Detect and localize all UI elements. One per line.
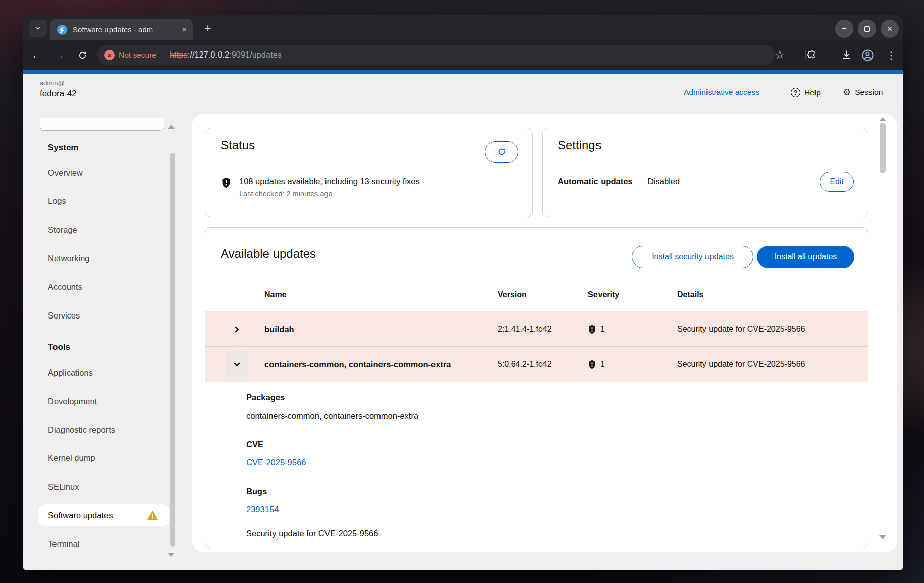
window-maximize-button[interactable] xyxy=(858,20,876,38)
packages-value: containers-common, containers-common-ext… xyxy=(246,411,418,421)
available-updates-title: Available updates xyxy=(221,247,316,261)
download-icon xyxy=(841,50,852,61)
url-path: :9091/updates xyxy=(229,50,282,59)
severity-shield-icon xyxy=(588,325,596,334)
browser-menu-button[interactable]: ⋮ xyxy=(883,47,899,63)
content-scroll-up-icon[interactable] xyxy=(879,117,886,121)
install-all-updates-button[interactable]: Install all updates xyxy=(757,246,854,268)
sidebar-item-software-updates[interactable]: Software updates xyxy=(38,504,169,526)
column-header-version: Version xyxy=(498,290,527,299)
sidebar-item-accounts[interactable]: Accounts xyxy=(38,276,169,298)
sidebar-item-services[interactable]: Services xyxy=(38,304,169,327)
minimize-icon: − xyxy=(842,24,846,33)
cve-link[interactable]: CVE-2025-9566 xyxy=(246,458,306,467)
severity-shield-icon xyxy=(588,360,596,369)
tab-search-button[interactable] xyxy=(29,20,47,37)
install-security-updates-button[interactable]: Install security updates xyxy=(632,246,753,268)
status-last-checked: Last checked: 2 minutes ago xyxy=(239,190,420,198)
host-switcher[interactable]: admin@ fedora-42 xyxy=(40,79,77,99)
sidebar-item-applications[interactable]: Applications xyxy=(38,361,169,384)
help-icon: ? xyxy=(791,88,800,97)
sidebar-search-input[interactable] xyxy=(40,118,164,131)
host-user: admin@ xyxy=(40,79,77,87)
row-name: containers-common, containers-common-ext… xyxy=(264,347,451,382)
reload-button[interactable] xyxy=(74,47,90,63)
update-row-containers-common[interactable]: containers-common, containers-common-ext… xyxy=(205,346,868,382)
tab-close-icon[interactable]: × xyxy=(182,25,187,34)
downloads-button[interactable] xyxy=(838,47,854,63)
profile-button[interactable] xyxy=(859,47,876,63)
bookmark-star-icon[interactable]: ☆ xyxy=(772,47,788,63)
session-menu[interactable]: ⚙ Session xyxy=(843,88,883,97)
gear-icon: ⚙ xyxy=(843,88,851,97)
url-host: ://127.0.0.2 xyxy=(188,50,229,59)
back-button[interactable]: ← xyxy=(29,47,45,63)
cockpit-page: admin@ fedora-42 Administrative access ?… xyxy=(23,74,903,570)
not-secure-label[interactable]: Not secure xyxy=(119,50,156,60)
status-card-title: Status xyxy=(221,138,255,152)
browser-toolbar: ← → × Not secure https://127.0.0.2:9091/… xyxy=(23,40,903,70)
close-icon: × xyxy=(887,24,893,34)
toolbar-separator xyxy=(805,50,806,60)
row-details: Security update for CVE-2025-9566 xyxy=(677,347,805,382)
sidebar-item-development[interactable]: Development xyxy=(38,390,169,412)
not-secure-icon: × xyxy=(104,50,115,60)
sidebar-item-diagnostic-reports[interactable]: Diagnostic reports xyxy=(38,418,169,441)
help-label: Help xyxy=(804,88,821,97)
sidebar-item-networking[interactable]: Networking xyxy=(38,247,169,270)
expand-row-button[interactable] xyxy=(227,320,247,338)
sidebar-item-logs[interactable]: Logs xyxy=(38,190,169,212)
row-version: 2:1.41.4-1.fc42 xyxy=(498,311,552,347)
update-description: Security update for CVE-2025-9566 xyxy=(246,528,378,538)
url-text[interactable]: https://127.0.0.2:9091/updates xyxy=(170,50,282,60)
browser-tab[interactable]: Software updates - adm × xyxy=(50,19,193,40)
packages-heading: Packages xyxy=(246,393,285,402)
browser-window: Software updates - adm × + − × ← → × Not… xyxy=(23,15,903,570)
sidebar-item-label: Software updates xyxy=(48,511,113,520)
automatic-updates-value: Disabled xyxy=(647,177,680,186)
sidebar-heading-system: System xyxy=(48,143,78,153)
forward-button[interactable]: → xyxy=(51,47,67,63)
sidebar-item-selinux[interactable]: SELinux xyxy=(38,475,169,498)
window-close-button[interactable]: × xyxy=(881,20,899,38)
url-scheme: https xyxy=(170,50,188,59)
puzzle-icon xyxy=(806,50,817,60)
cve-heading: CVE xyxy=(246,440,263,449)
column-header-severity: Severity xyxy=(588,290,619,299)
status-summary: 108 updates available, including 13 secu… xyxy=(239,177,420,186)
refresh-updates-button[interactable] xyxy=(485,141,518,163)
window-minimize-button[interactable]: − xyxy=(835,20,853,38)
security-shield-icon xyxy=(221,177,231,188)
main-panel: Status 108 updates available, including … xyxy=(192,114,897,552)
avatar-icon xyxy=(861,49,874,62)
content-scrollbar[interactable] xyxy=(880,123,886,173)
sidebar-scrollbar[interactable] xyxy=(170,153,175,547)
row-severity: 1 xyxy=(588,311,605,347)
sidebar-scroll-up-icon[interactable] xyxy=(168,125,175,129)
automatic-updates-label: Automatic updates xyxy=(558,177,633,186)
url-bar[interactable]: × Not secure https://127.0.0.2:9091/upda… xyxy=(97,45,775,65)
collapse-row-button[interactable] xyxy=(226,350,248,379)
sidebar-search-clip xyxy=(40,118,165,132)
sidebar-item-storage[interactable]: Storage xyxy=(38,219,169,241)
row-severity: 1 xyxy=(588,347,605,382)
severity-count: 1 xyxy=(600,325,605,334)
row-details: Security update for CVE-2025-9566 xyxy=(677,311,805,347)
new-tab-button[interactable]: + xyxy=(200,21,215,36)
administrative-access-link[interactable]: Administrative access xyxy=(684,88,759,97)
tab-title: Software updates - adm xyxy=(73,25,165,34)
session-label: Session xyxy=(855,88,883,97)
refresh-icon xyxy=(497,147,506,156)
update-row-buildah[interactable]: buildah 2:1.41.4-1.fc42 1 Security updat… xyxy=(205,311,868,346)
bug-link[interactable]: 2393154 xyxy=(246,505,279,514)
help-menu[interactable]: ? Help xyxy=(791,88,821,97)
settings-card-title: Settings xyxy=(558,138,602,152)
chevron-down-icon xyxy=(35,25,41,31)
content-scroll-down-icon[interactable] xyxy=(879,535,886,539)
sidebar-item-terminal[interactable]: Terminal xyxy=(38,533,169,555)
sidebar-item-kernel-dump[interactable]: Kernel dump xyxy=(38,447,169,469)
row-version: 5:0.64.2-1.fc42 xyxy=(498,347,552,382)
tab-strip: Software updates - adm × + − × xyxy=(23,15,903,40)
sidebar-item-overview[interactable]: Overview xyxy=(38,162,169,184)
edit-automatic-updates-button[interactable]: Edit xyxy=(820,172,854,192)
